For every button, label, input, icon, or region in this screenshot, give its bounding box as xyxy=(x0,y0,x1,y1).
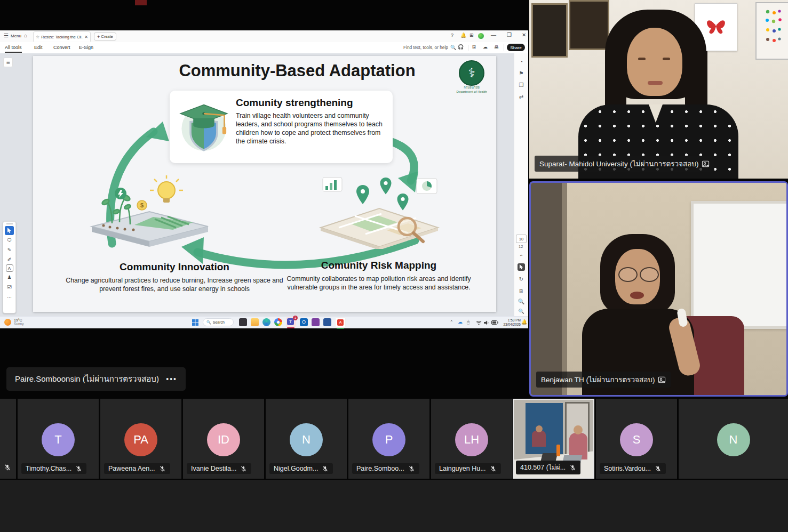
star-icon[interactable]: ☆ xyxy=(36,35,39,39)
comment-tool[interactable]: 🗨 xyxy=(5,236,14,245)
video-feed-suparat[interactable]: Suparat- Mahidol University (ไม่ผ่านการต… xyxy=(529,0,788,179)
taskbar-time: 1:53 PM xyxy=(500,318,521,323)
more-tools[interactable]: … xyxy=(5,292,14,301)
participant-tile[interactable]: S Sotiris.Vardou... xyxy=(596,399,677,479)
tab-all-tools[interactable]: All tools xyxy=(5,45,22,50)
mic-muted-icon xyxy=(159,465,166,472)
page-up-icon[interactable]: ⌃ xyxy=(518,253,525,260)
participant-tile[interactable]: ID Ivanie Destila... xyxy=(183,399,264,479)
pen-status-icon[interactable]: 🖰 xyxy=(467,319,469,325)
bookmarks-icon[interactable]: ⚑ xyxy=(518,69,525,77)
notification-bell-icon[interactable]: 🔔 xyxy=(521,319,527,325)
taskbar-search[interactable]: 🔍 Search xyxy=(203,318,234,326)
document-tab[interactable]: ☆ Resize: Tackling the Cli... ✕ xyxy=(33,31,91,42)
office-app-icon[interactable] xyxy=(312,318,320,326)
participant-tile[interactable]: PA Paweena Aen... xyxy=(100,399,181,479)
page-number-input[interactable]: 10 xyxy=(516,235,527,243)
teams-icon[interactable]: T 1 xyxy=(286,317,296,327)
participant-tile-video[interactable]: 410.507 (ไม่ผ่... xyxy=(513,399,594,479)
rotate-icon[interactable]: ↻ xyxy=(518,275,525,283)
battery-icon[interactable] xyxy=(491,320,498,325)
share-button[interactable]: Share xyxy=(507,44,525,51)
risk-title: Comunity Risk Mapping xyxy=(288,260,469,271)
acrobat-icon[interactable]: A xyxy=(335,317,346,328)
tab-title: Resize: Tackling the Cli... xyxy=(41,35,83,39)
participant-label: Sotiris.Vardou... xyxy=(600,463,666,474)
participant-tile[interactable]: LH Lainguyen Hu... xyxy=(431,399,512,479)
ai-assistant-icon[interactable] xyxy=(478,33,484,39)
participant-tile[interactable]: P Paire.Somboo... xyxy=(348,399,429,479)
edge-icon[interactable] xyxy=(262,318,270,326)
home-icon[interactable]: ⌂ xyxy=(24,33,27,38)
text-box-tool[interactable]: A xyxy=(6,264,13,272)
file-explorer-icon[interactable] xyxy=(251,318,259,326)
annotations-icon[interactable]: ◔ xyxy=(518,58,525,65)
mouth-talking xyxy=(630,292,644,299)
help-icon[interactable]: ? xyxy=(451,33,453,38)
mic-muted-icon xyxy=(490,465,497,472)
avatar: ID xyxy=(207,423,240,456)
drag-handle[interactable] xyxy=(6,223,13,224)
wifi-icon[interactable] xyxy=(476,320,482,325)
select-tool[interactable] xyxy=(5,226,14,235)
participant-tile[interactable]: N xyxy=(679,399,788,479)
participant-tile[interactable]: N Nigel.Goodm... xyxy=(266,399,347,479)
create-label: Create xyxy=(101,34,113,39)
avatar: LH xyxy=(455,423,488,456)
minimize-icon[interactable]: — xyxy=(491,33,496,38)
acrobat-toolbar: All tools Edit Convert E-Sign Find text,… xyxy=(0,42,528,54)
task-view-icon[interactable] xyxy=(239,318,247,326)
tab-esign[interactable]: E-Sign xyxy=(79,45,93,50)
tab-convert[interactable]: Convert xyxy=(53,45,70,50)
card-title: Comunity strengthening xyxy=(236,97,353,109)
signature-tool[interactable]: 🖃 xyxy=(5,282,14,291)
suparat-scene xyxy=(529,0,788,179)
bell-icon[interactable]: 🔔 xyxy=(460,33,466,38)
zoom-out-icon[interactable]: 🔍 xyxy=(518,308,525,315)
close-window-icon[interactable]: ✕ xyxy=(522,33,526,38)
risk-body: Community collaborates to map pollution … xyxy=(283,275,475,292)
onedrive-icon[interactable]: ☁ xyxy=(458,319,463,325)
shared-acrobat-window: ☰ Menu ⌂ ☆ Resize: Tackling the Cli... ✕… xyxy=(0,30,528,316)
volume-icon[interactable] xyxy=(484,320,489,325)
chrome-icon[interactable] xyxy=(274,318,282,326)
clock[interactable]: 1:53 PM 23/04/2026 xyxy=(500,318,521,327)
export-pdf-icon[interactable]: ⇄ xyxy=(518,93,525,100)
search-icon: 🔍 xyxy=(206,320,211,325)
participant-label: Nigel.Goodm... xyxy=(269,463,333,474)
print-icon[interactable]: 🖶 xyxy=(494,45,499,50)
select-cursor-icon[interactable] xyxy=(518,263,525,271)
cloud-upload-icon[interactable]: ☁ xyxy=(483,45,488,50)
windows-start-icon[interactable] xyxy=(192,319,198,326)
create-button[interactable]: + Create xyxy=(94,33,116,41)
fit-page-icon[interactable]: 🗎 xyxy=(518,287,525,294)
waffle-grid-icon[interactable]: ⊞ xyxy=(469,33,474,38)
weather-widget[interactable]: 19°C Sunny xyxy=(4,318,23,326)
outlook-icon[interactable]: O xyxy=(300,318,308,326)
stamp-tool[interactable]: ♟ xyxy=(5,272,14,281)
panel-toggle-icon[interactable]: ☰ xyxy=(3,58,13,67)
zoom-in-icon[interactable]: 🔍 xyxy=(518,297,525,305)
image-export-icon[interactable]: 🖺 xyxy=(472,45,476,50)
maximize-icon[interactable]: ❐ xyxy=(507,33,512,38)
pencil-tool[interactable]: ✎ xyxy=(5,245,14,254)
word-icon[interactable] xyxy=(323,318,331,326)
read-aloud-icon[interactable]: 🎧 xyxy=(458,45,464,50)
tab-edit[interactable]: Edit xyxy=(34,45,43,50)
participant-tile[interactable]: T Timothy.Chas... xyxy=(18,399,99,479)
mic-muted-icon xyxy=(75,465,82,472)
benjawan-scene xyxy=(531,183,786,395)
participant-tile-cropped[interactable] xyxy=(0,399,16,479)
innovation-body: Change agricultural practices to reduce … xyxy=(65,276,284,293)
innovation-illustration: $ xyxy=(86,174,212,252)
video-feed-benjawan[interactable]: Benjawan TH (ไม่ผ่านการตรวจสอบ) xyxy=(529,181,788,397)
close-tab-icon[interactable]: ✕ xyxy=(84,35,88,39)
tray-chevron-icon[interactable]: ⌃ xyxy=(450,320,453,325)
highlighter-tool[interactable]: ✐ xyxy=(5,255,14,264)
acrobat-menu-button[interactable]: ☰ Menu xyxy=(4,33,21,38)
more-options-icon[interactable]: ••• xyxy=(166,375,177,383)
find-placeholder: Find text, tools, or help xyxy=(403,45,448,50)
page-thumbnails-icon[interactable]: ❐ xyxy=(518,81,525,88)
quick-tools-palette: 🗨 ✎ ✐ A ♟ 🖃 … xyxy=(3,221,16,313)
find-input[interactable]: Find text, tools, or help 🔍 xyxy=(403,45,456,50)
